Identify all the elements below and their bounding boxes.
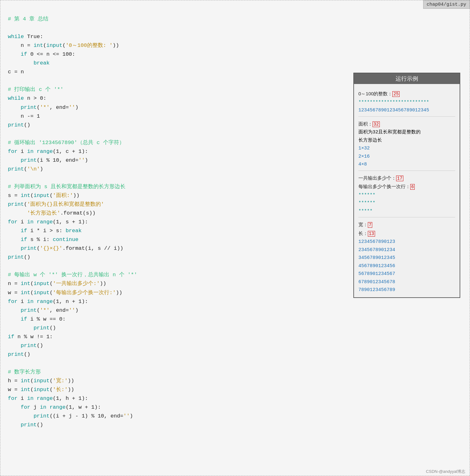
rt-area-desc2: 长方形边长: [358, 138, 382, 143]
kw-while-1: while: [8, 34, 24, 40]
rt-label-width: 宽：: [358, 222, 368, 227]
rt-numrow-2: 2345678901234: [358, 247, 395, 253]
rt-divider-2: [358, 171, 455, 171]
rt-input-total: 17: [396, 176, 403, 181]
rt-stars-row2: ******: [358, 200, 375, 206]
rt-input-area: 32: [373, 121, 380, 127]
rt-label-per: 每输出多少个换一次行：: [358, 184, 410, 189]
rt-numrow-5: 5678901234567: [358, 271, 395, 277]
rt-label-1: 0～100的整数：: [358, 91, 392, 96]
rt-label-total: 一共输出多少个：: [358, 175, 396, 181]
rt-rect-2: 2×16: [358, 154, 370, 159]
rt-stars-row3: *****: [358, 209, 373, 214]
main-container: chap04/gist.py # 第 4 章 总结 while True: n …: [0, 0, 470, 476]
runtime-panel: 运行示例 0～100的整数：25 ***********************…: [353, 73, 460, 298]
rt-section-3: 一共输出多少个：17 每输出多少个换一次行：6 ****** ****** **…: [358, 174, 455, 216]
rt-stars-row1: ******: [358, 193, 375, 198]
rt-numrow-7: 7890123456789: [358, 287, 395, 293]
footer-label: CSDN-@andyyal博志: [426, 469, 465, 474]
runtime-body: 0～100的整数：25 ************************* 12…: [354, 84, 460, 297]
rt-numrow-6: 6789012345678: [358, 279, 395, 285]
rt-numrow-4: 4567890123456: [358, 263, 395, 269]
rt-input-height: 13: [368, 231, 375, 237]
rt-digits-1: 1234567890123456789012345: [358, 108, 429, 113]
rt-numrow-1: 1234567890123: [358, 239, 395, 244]
rt-section-4: 宽：7 长：13 1234567890123 2345678901234 345…: [358, 221, 455, 294]
rt-area-desc1: 面积为32且长和宽都是整数的: [358, 130, 421, 135]
runtime-title: 运行示例: [354, 73, 460, 84]
rt-input-per: 6: [410, 184, 415, 190]
rt-divider-3: [358, 217, 455, 217]
rt-rect-1: 1×32: [358, 146, 370, 151]
filename-badge: chap04/gist.py: [423, 0, 470, 9]
rt-rect-3: 4×8: [358, 162, 367, 167]
rt-section-2: 面积：32 面积为32且长和宽都是整数的 长方形边长 1×32 2×16 4×8: [358, 120, 455, 169]
rt-divider-1: [358, 116, 455, 117]
rt-numrow-3: 3456789012345: [358, 255, 395, 260]
rt-input-width: 7: [368, 222, 372, 228]
rt-label-height: 长：: [358, 231, 368, 236]
rt-stars-1: *************************: [358, 100, 429, 105]
rt-label-area: 面积：: [358, 121, 373, 126]
rt-section-1: 0～100的整数：25 ************************* 12…: [358, 90, 455, 115]
rt-input-1: 25: [392, 91, 400, 97]
comment-1: # 第 4 章 总结: [8, 16, 48, 22]
